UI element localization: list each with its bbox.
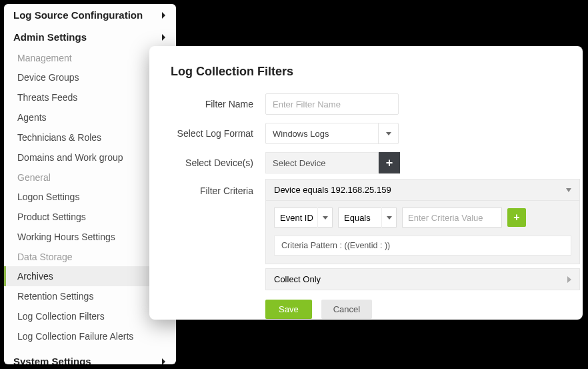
criteria-op-select[interactable]: Equals <box>338 208 397 228</box>
filter-name-input[interactable] <box>265 93 399 115</box>
sidebar-item-log-collection-failure-alerts[interactable]: Log Collection Failure Alerts <box>4 326 176 346</box>
chevron-down-icon <box>378 123 398 144</box>
criteria-accordion-header[interactable]: Device equals 192.168.25.159 <box>265 179 580 201</box>
criteria-field-value: Event ID <box>280 213 313 223</box>
filter-name-label: Filter Name <box>171 99 265 109</box>
caret-right-icon <box>162 12 165 19</box>
criteria-value-input[interactable] <box>402 208 502 228</box>
sidebar-top-label: Admin Settings <box>13 31 87 43</box>
cancel-button[interactable]: Cancel <box>321 300 372 319</box>
collect-only-row[interactable]: Collect Only <box>265 268 580 290</box>
criteria-pattern-display: Criteria Pattern : ((Eventid : )) <box>274 236 571 256</box>
add-device-button[interactable]: + <box>379 152 400 173</box>
devices-select[interactable]: Select Device <box>265 152 379 173</box>
panel-title: Log Collection Filters <box>171 65 568 79</box>
criteria-accordion-title: Device equals 192.168.25.159 <box>274 185 391 195</box>
chevron-down-icon <box>381 208 396 228</box>
plus-icon: + <box>386 156 393 170</box>
sidebar-bottom-system-settings[interactable]: System Settings <box>4 346 176 364</box>
caret-right-icon <box>162 358 165 365</box>
criteria-field-select[interactable]: Event ID <box>274 208 333 228</box>
sidebar-bottom-label: System Settings <box>13 356 91 364</box>
sidebar-top-label: Log Source Confinguration <box>13 9 143 21</box>
save-button[interactable]: Save <box>265 300 312 319</box>
criteria-label: Filter Criteria <box>171 181 265 196</box>
sidebar-top-log-source[interactable]: Log Source Confinguration <box>4 4 176 26</box>
collect-only-label: Collect Only <box>274 274 321 284</box>
main-panel: Log Collection Filters Filter Name Selec… <box>149 46 583 320</box>
criteria-op-value: Equals <box>344 213 371 223</box>
devices-label: Select Device(s) <box>171 157 265 168</box>
chevron-right-icon <box>567 276 571 283</box>
sidebar-top-admin[interactable]: Admin Settings <box>4 26 176 48</box>
log-format-select[interactable]: Windows Logs <box>265 123 399 144</box>
add-criteria-button[interactable]: + <box>507 208 526 227</box>
log-format-value: Windows Logs <box>273 129 329 139</box>
log-format-label: Select Log Format <box>171 128 265 139</box>
plus-icon: + <box>513 212 519 224</box>
criteria-accordion-body: Event ID Equals + Criteria Pattern : ((E… <box>265 201 580 264</box>
chevron-down-icon <box>566 188 571 192</box>
caret-right-icon <box>162 34 165 41</box>
chevron-down-icon <box>317 208 332 228</box>
